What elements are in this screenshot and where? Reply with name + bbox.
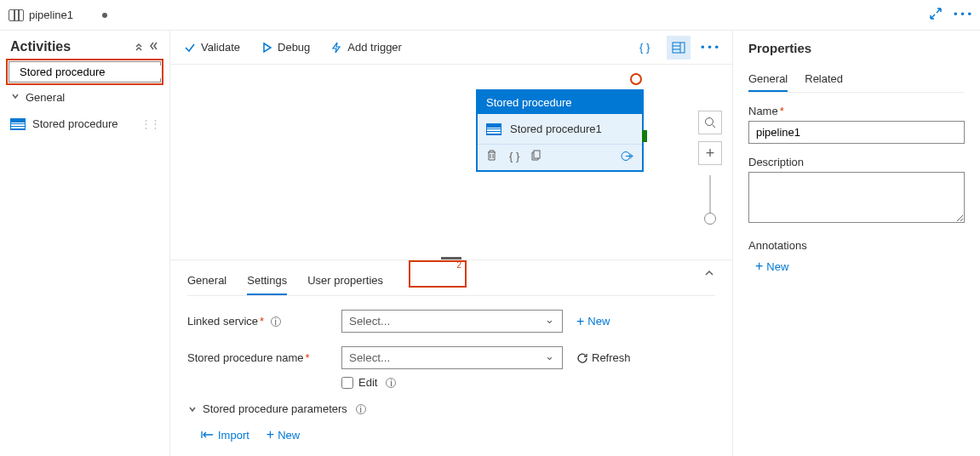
activity-node-stored-procedure[interactable]: Stored procedure Stored procedure1 { } [477,90,643,171]
zoom-fit-button[interactable] [698,111,722,134]
grip-icon: ⋮⋮ [140,117,159,130]
delete-icon[interactable] [486,150,497,165]
svg-point-4 [706,118,714,126]
info-icon[interactable]: i [356,404,366,414]
refresh-button[interactable]: Refresh [576,351,631,364]
collapse-all-icon[interactable] [134,39,144,54]
pipeline-icon [9,9,24,21]
stored-procedure-icon [486,123,501,135]
activity-search-input[interactable] [9,61,161,83]
success-handle[interactable] [642,130,647,142]
output-icon[interactable] [621,150,633,165]
code-icon[interactable]: { } [509,150,519,165]
new-annotation-button[interactable]: +New [755,259,965,274]
chevron-down-icon [10,91,20,104]
details-tab-settings[interactable]: Settings [247,267,287,295]
details-tab-user-properties[interactable]: User properties [307,267,383,295]
code-view-icon[interactable]: { } [633,36,656,60]
new-linked-service-button[interactable]: +New [576,314,610,329]
activity-stored-procedure[interactable]: Stored procedure ⋮⋮ [9,112,161,135]
properties-toggle-icon[interactable] [667,36,691,60]
details-tab-general[interactable]: General [187,267,226,295]
add-trigger-button[interactable]: Add trigger [330,41,402,54]
activity-node-name: Stored procedure1 [510,123,602,135]
info-icon[interactable]: i [386,378,396,388]
validate-button[interactable]: Validate [184,41,240,54]
annotations-label: Annotations [748,239,965,252]
props-tab-related[interactable]: Related [805,67,843,92]
edit-checkbox[interactable] [341,377,353,389]
expand-icon[interactable] [930,8,942,22]
stored-procedure-icon [10,118,26,130]
hide-panel-icon[interactable] [149,39,159,54]
activities-heading: Activities [10,39,71,54]
copy-icon[interactable] [531,150,542,165]
import-button[interactable]: Import [201,427,249,442]
more-icon[interactable]: • • • [954,8,971,22]
sp-parameters-toggle[interactable]: Stored procedure parameters i [187,402,715,415]
collapse-details-icon[interactable] [703,267,715,295]
svg-rect-1 [673,43,685,53]
edit-label: Edit [358,376,377,389]
svg-rect-2 [534,151,540,158]
pipeline-canvas[interactable]: Stored procedure Stored procedure1 { } + [170,65,732,259]
name-label: Name* [748,105,965,117]
linked-service-label: Linked service [187,315,258,328]
linked-service-select[interactable]: Select... [341,310,563,333]
pipeline-name-input[interactable] [748,121,965,144]
modified-indicator-icon [102,13,107,18]
activity-node-header: Stored procedure [478,91,642,114]
sp-name-select[interactable]: Select... [341,346,563,369]
debug-button[interactable]: Debug [261,41,310,54]
annotation-circle-icon [630,73,642,85]
sp-name-label: Stored procedure name [187,351,304,364]
section-general[interactable]: General [9,83,161,112]
properties-heading: Properties [748,41,965,55]
description-label: Description [748,156,965,168]
zoom-in-button[interactable]: + [698,141,722,165]
new-parameter-button[interactable]: +New [266,427,300,442]
pipeline-title: pipeline1 [29,9,73,21]
more-icon[interactable]: • • • [701,41,719,54]
zoom-slider[interactable] [709,175,711,221]
info-icon[interactable]: i [271,316,281,327]
props-tab-general[interactable]: General [748,67,788,92]
description-textarea[interactable] [748,172,965,223]
